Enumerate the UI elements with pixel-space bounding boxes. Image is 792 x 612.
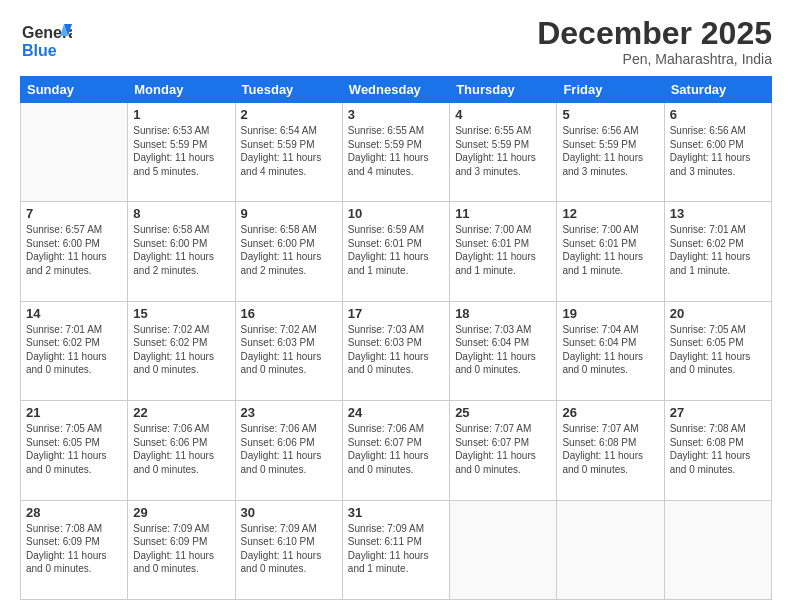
calendar-cell: 11Sunrise: 7:00 AMSunset: 6:01 PMDayligh…: [450, 202, 557, 301]
day-info: Sunrise: 7:07 AMSunset: 6:07 PMDaylight:…: [455, 422, 551, 476]
calendar-cell: 15Sunrise: 7:02 AMSunset: 6:02 PMDayligh…: [128, 301, 235, 400]
day-header-thursday: Thursday: [450, 77, 557, 103]
calendar-cell: 7Sunrise: 6:57 AMSunset: 6:00 PMDaylight…: [21, 202, 128, 301]
day-number: 31: [348, 505, 444, 520]
day-number: 29: [133, 505, 229, 520]
day-info: Sunrise: 7:05 AMSunset: 6:05 PMDaylight:…: [26, 422, 122, 476]
logo-icon: General Blue: [20, 16, 72, 64]
day-info: Sunrise: 7:06 AMSunset: 6:07 PMDaylight:…: [348, 422, 444, 476]
day-info: Sunrise: 6:55 AMSunset: 5:59 PMDaylight:…: [455, 124, 551, 178]
logo: General Blue: [20, 16, 72, 68]
day-info: Sunrise: 7:08 AMSunset: 6:08 PMDaylight:…: [670, 422, 766, 476]
calendar-cell: 3Sunrise: 6:55 AMSunset: 5:59 PMDaylight…: [342, 103, 449, 202]
day-number: 20: [670, 306, 766, 321]
day-header-wednesday: Wednesday: [342, 77, 449, 103]
calendar-week-3: 14Sunrise: 7:01 AMSunset: 6:02 PMDayligh…: [21, 301, 772, 400]
day-number: 28: [26, 505, 122, 520]
day-info: Sunrise: 7:03 AMSunset: 6:04 PMDaylight:…: [455, 323, 551, 377]
calendar-cell: 13Sunrise: 7:01 AMSunset: 6:02 PMDayligh…: [664, 202, 771, 301]
day-number: 25: [455, 405, 551, 420]
day-number: 23: [241, 405, 337, 420]
title-block: December 2025 Pen, Maharashtra, India: [537, 16, 772, 67]
location: Pen, Maharashtra, India: [537, 51, 772, 67]
calendar-cell: 30Sunrise: 7:09 AMSunset: 6:10 PMDayligh…: [235, 500, 342, 599]
calendar-cell: 23Sunrise: 7:06 AMSunset: 6:06 PMDayligh…: [235, 401, 342, 500]
calendar-week-2: 7Sunrise: 6:57 AMSunset: 6:00 PMDaylight…: [21, 202, 772, 301]
calendar-cell: 29Sunrise: 7:09 AMSunset: 6:09 PMDayligh…: [128, 500, 235, 599]
calendar-cell: 20Sunrise: 7:05 AMSunset: 6:05 PMDayligh…: [664, 301, 771, 400]
calendar-cell: 22Sunrise: 7:06 AMSunset: 6:06 PMDayligh…: [128, 401, 235, 500]
calendar-cell: [21, 103, 128, 202]
header: General Blue December 2025 Pen, Maharash…: [20, 16, 772, 68]
day-number: 2: [241, 107, 337, 122]
day-info: Sunrise: 6:56 AMSunset: 5:59 PMDaylight:…: [562, 124, 658, 178]
calendar-cell: 17Sunrise: 7:03 AMSunset: 6:03 PMDayligh…: [342, 301, 449, 400]
day-info: Sunrise: 7:07 AMSunset: 6:08 PMDaylight:…: [562, 422, 658, 476]
day-info: Sunrise: 6:57 AMSunset: 6:00 PMDaylight:…: [26, 223, 122, 277]
day-number: 4: [455, 107, 551, 122]
day-info: Sunrise: 7:09 AMSunset: 6:09 PMDaylight:…: [133, 522, 229, 576]
svg-text:Blue: Blue: [22, 42, 57, 59]
day-info: Sunrise: 7:05 AMSunset: 6:05 PMDaylight:…: [670, 323, 766, 377]
day-number: 7: [26, 206, 122, 221]
calendar-cell: 1Sunrise: 6:53 AMSunset: 5:59 PMDaylight…: [128, 103, 235, 202]
day-number: 8: [133, 206, 229, 221]
day-info: Sunrise: 6:56 AMSunset: 6:00 PMDaylight:…: [670, 124, 766, 178]
calendar-cell: 10Sunrise: 6:59 AMSunset: 6:01 PMDayligh…: [342, 202, 449, 301]
day-info: Sunrise: 6:55 AMSunset: 5:59 PMDaylight:…: [348, 124, 444, 178]
day-header-monday: Monday: [128, 77, 235, 103]
day-info: Sunrise: 7:00 AMSunset: 6:01 PMDaylight:…: [455, 223, 551, 277]
day-info: Sunrise: 7:09 AMSunset: 6:11 PMDaylight:…: [348, 522, 444, 576]
day-info: Sunrise: 6:53 AMSunset: 5:59 PMDaylight:…: [133, 124, 229, 178]
calendar-cell: 24Sunrise: 7:06 AMSunset: 6:07 PMDayligh…: [342, 401, 449, 500]
day-number: 17: [348, 306, 444, 321]
day-info: Sunrise: 7:06 AMSunset: 6:06 PMDaylight:…: [241, 422, 337, 476]
day-number: 5: [562, 107, 658, 122]
calendar-table: SundayMondayTuesdayWednesdayThursdayFrid…: [20, 76, 772, 600]
calendar-cell: [664, 500, 771, 599]
day-info: Sunrise: 7:02 AMSunset: 6:02 PMDaylight:…: [133, 323, 229, 377]
day-number: 1: [133, 107, 229, 122]
calendar-cell: 2Sunrise: 6:54 AMSunset: 5:59 PMDaylight…: [235, 103, 342, 202]
day-info: Sunrise: 7:01 AMSunset: 6:02 PMDaylight:…: [670, 223, 766, 277]
calendar-cell: 16Sunrise: 7:02 AMSunset: 6:03 PMDayligh…: [235, 301, 342, 400]
day-number: 3: [348, 107, 444, 122]
calendar-cell: 28Sunrise: 7:08 AMSunset: 6:09 PMDayligh…: [21, 500, 128, 599]
calendar-cell: [450, 500, 557, 599]
day-info: Sunrise: 6:58 AMSunset: 6:00 PMDaylight:…: [133, 223, 229, 277]
day-header-sunday: Sunday: [21, 77, 128, 103]
calendar-cell: 6Sunrise: 6:56 AMSunset: 6:00 PMDaylight…: [664, 103, 771, 202]
day-number: 15: [133, 306, 229, 321]
calendar-cell: 18Sunrise: 7:03 AMSunset: 6:04 PMDayligh…: [450, 301, 557, 400]
page: General Blue December 2025 Pen, Maharash…: [0, 0, 792, 612]
day-number: 18: [455, 306, 551, 321]
day-number: 16: [241, 306, 337, 321]
calendar-cell: 21Sunrise: 7:05 AMSunset: 6:05 PMDayligh…: [21, 401, 128, 500]
day-number: 27: [670, 405, 766, 420]
calendar-cell: 8Sunrise: 6:58 AMSunset: 6:00 PMDaylight…: [128, 202, 235, 301]
day-header-tuesday: Tuesday: [235, 77, 342, 103]
day-number: 24: [348, 405, 444, 420]
day-number: 26: [562, 405, 658, 420]
calendar-cell: 27Sunrise: 7:08 AMSunset: 6:08 PMDayligh…: [664, 401, 771, 500]
day-number: 10: [348, 206, 444, 221]
day-number: 21: [26, 405, 122, 420]
calendar-header-row: SundayMondayTuesdayWednesdayThursdayFrid…: [21, 77, 772, 103]
month-title: December 2025: [537, 16, 772, 51]
calendar-cell: 9Sunrise: 6:58 AMSunset: 6:00 PMDaylight…: [235, 202, 342, 301]
calendar-week-4: 21Sunrise: 7:05 AMSunset: 6:05 PMDayligh…: [21, 401, 772, 500]
day-number: 12: [562, 206, 658, 221]
calendar-cell: [557, 500, 664, 599]
calendar-cell: 5Sunrise: 6:56 AMSunset: 5:59 PMDaylight…: [557, 103, 664, 202]
day-info: Sunrise: 6:58 AMSunset: 6:00 PMDaylight:…: [241, 223, 337, 277]
day-info: Sunrise: 7:04 AMSunset: 6:04 PMDaylight:…: [562, 323, 658, 377]
day-header-friday: Friday: [557, 77, 664, 103]
calendar-week-1: 1Sunrise: 6:53 AMSunset: 5:59 PMDaylight…: [21, 103, 772, 202]
calendar-cell: 14Sunrise: 7:01 AMSunset: 6:02 PMDayligh…: [21, 301, 128, 400]
day-info: Sunrise: 7:06 AMSunset: 6:06 PMDaylight:…: [133, 422, 229, 476]
calendar-cell: 26Sunrise: 7:07 AMSunset: 6:08 PMDayligh…: [557, 401, 664, 500]
day-header-saturday: Saturday: [664, 77, 771, 103]
calendar-week-5: 28Sunrise: 7:08 AMSunset: 6:09 PMDayligh…: [21, 500, 772, 599]
day-number: 6: [670, 107, 766, 122]
day-number: 14: [26, 306, 122, 321]
